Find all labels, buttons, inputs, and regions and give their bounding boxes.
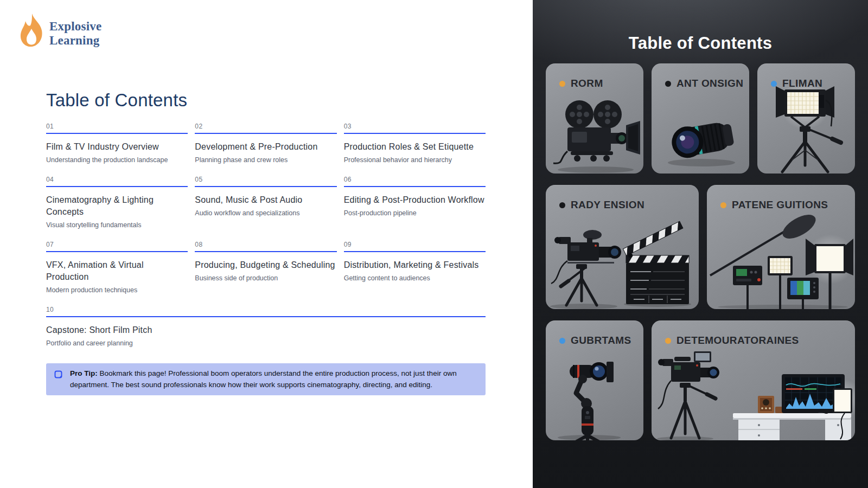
pro-tip-callout: Pro Tip: Bookmark this page! Professiona… [46, 363, 486, 395]
toc-item-09: 09 Distribution, Marketing & Festivals G… [344, 241, 486, 294]
vintage-film-camera-image [546, 95, 643, 174]
divider [46, 251, 188, 252]
edit-desk-setup-image [652, 343, 855, 440]
divider [195, 186, 336, 187]
toc-item-01: 01 Film & TV Industry Overview Understan… [46, 123, 188, 164]
card-label: RORM [559, 78, 603, 89]
bullet-dot [559, 81, 565, 87]
equipment-card-rady-ension: RADY ENSION [546, 185, 699, 309]
equipment-card-rorm: RORM [546, 63, 643, 174]
equipment-card-ant-onsign: ANT ONSIGN [652, 63, 749, 174]
equipment-card-detemouratoraines: DETEMOURATORAINES [652, 320, 855, 440]
toc-item-04: 04 Cinematography & Lighting Concepts Vi… [46, 176, 188, 229]
equipment-cover-page: Table of Contents RORM [533, 0, 868, 488]
boom-mic-and-lighting-kit-image [707, 211, 855, 309]
pro-tip-text: Pro Tip: Bookmark this page! Professiona… [70, 368, 475, 390]
bookmark-note-icon [54, 370, 63, 379]
toc-item-02: 02 Development & Pre-Production Planning… [195, 123, 336, 164]
toc-page: Explosive Learning Table of Contents 01 … [0, 0, 533, 488]
brand-logo: Explosive Learning [20, 13, 101, 48]
toc-item-05: 05 Sound, Music & Post Audio Audio workf… [195, 176, 336, 229]
cover-title: Table of Contents [533, 34, 868, 53]
bullet-dot [559, 338, 565, 344]
toc-item-07: 07 VFX, Animation & Virtual Production M… [46, 241, 188, 294]
toc-item-08: 08 Producing, Budgeting & Scheduling Bus… [195, 241, 336, 294]
toc-item-10: 10 Capstone: Short Film Pitch Portfolio … [46, 306, 486, 347]
divider [195, 251, 336, 252]
card-label: FLIMAN [771, 78, 822, 89]
divider [195, 133, 336, 134]
divider [46, 186, 188, 187]
page-title: Table of Contents [46, 90, 486, 111]
toc-grid: 01 Film & TV Industry Overview Understan… [46, 123, 486, 347]
bullet-dot [665, 81, 671, 87]
equipment-card-gubrtams: GUBRTAMS [546, 320, 643, 440]
bullet-dot [559, 202, 565, 208]
flame-icon [20, 13, 44, 48]
divider [344, 186, 486, 187]
card-label: RADY ENSION [559, 199, 644, 211]
led-panel-on-tripod-image [757, 84, 855, 174]
bullet-dot [771, 81, 777, 87]
toc-item-03: 03 Production Roles & Set Etiquette Prof… [344, 123, 486, 164]
divider [344, 133, 486, 134]
gimbal-stabilizer-image [546, 351, 643, 440]
divider [46, 133, 188, 134]
card-label: GUBRTAMS [559, 335, 631, 346]
equipment-card-fliman: FLIMAN [757, 63, 855, 174]
divider [46, 316, 486, 317]
cinema-camera-and-clapperboard-image [546, 214, 699, 309]
camera-lens-image [652, 98, 749, 174]
bullet-dot [665, 338, 671, 344]
card-label: PATENE GUITIONS [720, 199, 828, 211]
brand-name: Explosive Learning [49, 20, 101, 48]
toc-item-06: 06 Editing & Post-Production Workflow Po… [344, 176, 486, 229]
divider [344, 251, 486, 252]
card-label: ANT ONSIGN [665, 78, 743, 89]
equipment-card-patene-guitions: PATENE GUITIONS [707, 185, 855, 309]
bullet-dot [720, 202, 726, 208]
card-label: DETEMOURATORAINES [665, 335, 799, 346]
